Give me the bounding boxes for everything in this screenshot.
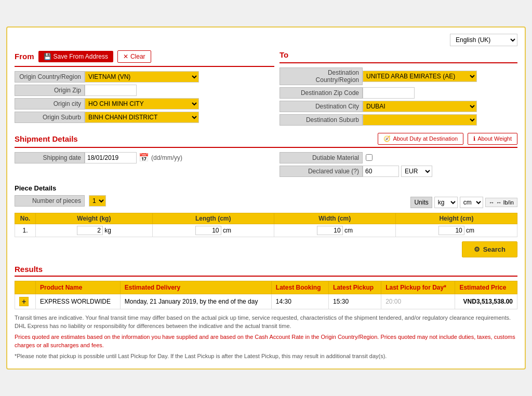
to-header: To — [280, 50, 517, 59]
shipment-right: Dutiable Material Declared value (?) EUR — [274, 152, 517, 179]
from-to-row: From 💾 Save From Address ✕ Clear Origin … — [15, 50, 517, 128]
col-latest-booking: Latest Booking — [271, 281, 328, 294]
save-from-address-button[interactable]: 💾 Save From Address — [38, 51, 113, 62]
lbin-toggle-button[interactable]: ↔ ↔ lb/in — [485, 198, 517, 207]
dest-zip-input[interactable] — [363, 87, 415, 99]
dest-suburb-row: Destination Suburb — [280, 114, 517, 126]
piece-length-unit: cm — [223, 227, 231, 234]
pieces-table-header: No. Weight (kg) Length (cm) Width (cm) H… — [15, 213, 517, 224]
piece-no: 1. — [15, 224, 36, 237]
pieces-table: No. Weight (kg) Length (cm) Width (cm) H… — [15, 213, 517, 237]
origin-suburb-label: Origin Suburb — [15, 112, 85, 123]
disclaimer-line3: *Please note that pickup is possible unt… — [15, 352, 517, 361]
results-title: Results — [15, 265, 517, 274]
results-header-row: Product Name Estimated Delivery Latest B… — [15, 281, 517, 294]
origin-city-select[interactable]: HO CHI MINH CITY — [85, 98, 199, 110]
dest-suburb-label: Destination Suburb — [280, 114, 363, 126]
dest-zip-row: Destination Zip Code — [280, 87, 517, 99]
shipment-fields: Shipping date 📅 (dd/mm/yy) Dutiable Mate… — [15, 152, 517, 179]
dest-country-select[interactable]: UNITED ARAB EMIRATES (AE) — [363, 71, 477, 82]
about-duty-button[interactable]: 🧭 About Duty at Destination — [378, 133, 463, 145]
about-weight-button[interactable]: ℹ About Weight — [468, 133, 517, 145]
origin-zip-input[interactable] — [85, 85, 137, 96]
currency-select[interactable]: EUR — [401, 166, 432, 177]
col-height: Height (cm) — [395, 213, 517, 224]
num-pieces-select[interactable]: 1 — [89, 195, 106, 207]
origin-zip-row: Origin Zip — [15, 85, 274, 96]
weight-icon: ℹ — [473, 135, 475, 142]
origin-suburb-select[interactable]: BINH CHANH DISTRICT — [85, 112, 199, 123]
piece-width-unit: cm — [344, 227, 353, 234]
piece-weight-input[interactable] — [77, 226, 103, 235]
date-format-label: (dd/mm/yy) — [151, 154, 182, 161]
shipment-header: Shipment Details 🧭 About Duty at Destina… — [15, 133, 517, 145]
expand-button[interactable]: + — [19, 297, 29, 306]
piece-length-cell: cm — [152, 224, 274, 237]
piece-width-cell: cm — [274, 224, 395, 237]
piece-details-title: Piece Details — [15, 184, 517, 192]
dutiable-label: Dutiable Material — [280, 152, 363, 163]
col-price: Estimated Price — [455, 281, 517, 294]
from-title: From — [15, 52, 34, 61]
save-icon: 💾 — [44, 53, 51, 60]
col-no: No. — [15, 213, 36, 224]
declared-value-input[interactable] — [363, 166, 399, 177]
piece-height-input[interactable] — [438, 226, 464, 235]
col-delivery: Estimated Delivery — [120, 281, 271, 294]
calendar-icon[interactable]: 📅 — [139, 153, 149, 162]
dest-city-label: Destination City — [280, 101, 363, 112]
origin-city-label: Origin city — [15, 98, 85, 110]
num-pieces-row: Number of pieces 1 — [15, 195, 103, 207]
piece-length-input[interactable] — [195, 226, 221, 235]
weight-unit-select[interactable]: kg — [434, 197, 458, 208]
origin-country-row: Origin Country/Region VIETNAM (VN) — [15, 71, 274, 83]
dest-country-row: DestinationCountry/Region UNITED ARAB EM… — [280, 67, 517, 85]
shipping-date-input[interactable] — [85, 152, 137, 163]
gear-icon: ⚙ — [474, 245, 480, 253]
search-row: ⚙ Search — [15, 241, 517, 257]
col-product: Product Name — [36, 281, 121, 294]
language-select[interactable]: English (UK) — [450, 34, 517, 46]
disclaimer-line2: Prices quoted are estimates based on the… — [15, 333, 517, 350]
length-unit-select[interactable]: cm — [460, 197, 483, 208]
result-latest-booking: 14:30 — [271, 294, 328, 309]
result-delivery: Monday, 21 January 2019, by the end of t… — [120, 294, 271, 309]
piece-weight-cell: kg — [36, 224, 153, 237]
dest-zip-label: Destination Zip Code — [280, 87, 363, 99]
declared-value-label: Declared value (?) — [280, 166, 363, 177]
result-row: + EXPRESS WORLDWIDE Monday, 21 January 2… — [15, 294, 517, 309]
origin-suburb-row: Origin Suburb BINH CHANH DISTRICT — [15, 112, 274, 123]
dest-city-row: Destination City DUBAI — [280, 101, 517, 112]
piece-details-section: Piece Details Number of pieces 1 Units k… — [15, 184, 517, 237]
piece-weight-unit: kg — [104, 227, 111, 234]
from-header: From 💾 Save From Address ✕ Clear — [15, 50, 274, 63]
result-latest-pickup: 15:30 — [329, 294, 381, 309]
result-toggle-cell[interactable]: + — [15, 294, 36, 309]
piece-width-input[interactable] — [317, 226, 343, 235]
to-title: To — [280, 50, 288, 59]
results-section: Results Product Name Estimated Delivery … — [15, 265, 517, 361]
col-length: Length (cm) — [152, 213, 274, 224]
search-button[interactable]: ⚙ Search — [462, 241, 517, 257]
declared-value-row: Declared value (?) EUR — [280, 166, 517, 177]
dest-city-select[interactable]: DUBAI — [363, 101, 477, 112]
origin-country-label: Origin Country/Region — [15, 71, 85, 83]
main-container: English (UK) From 💾 Save From Address ✕ … — [6, 26, 526, 370]
disclaimer-line1: Transit times are indicative. Your final… — [15, 313, 517, 331]
shipment-section: Shipment Details 🧭 About Duty at Destina… — [15, 133, 517, 179]
shipping-date-row: Shipping date 📅 (dd/mm/yy) — [15, 152, 274, 163]
dest-suburb-select[interactable] — [363, 114, 477, 126]
origin-country-select[interactable]: VIETNAM (VN) — [85, 71, 199, 83]
dest-country-label: DestinationCountry/Region — [280, 67, 363, 85]
col-last-pickup: Last Pickup for Day* — [381, 281, 455, 294]
col-width: Width (cm) — [274, 213, 395, 224]
result-price: VND3,513,538.00 — [455, 294, 517, 309]
info-buttons: 🧭 About Duty at Destination ℹ About Weig… — [378, 133, 517, 145]
disclaimer: Transit times are indicative. Your final… — [15, 313, 517, 361]
col-weight: Weight (kg) — [36, 213, 153, 224]
dutiable-row: Dutiable Material — [280, 152, 517, 163]
num-pieces-label: Number of pieces — [15, 195, 85, 207]
arrows-icon: ↔ — [489, 199, 495, 206]
dutiable-checkbox[interactable] — [366, 154, 373, 161]
clear-button[interactable]: ✕ Clear — [117, 50, 151, 63]
